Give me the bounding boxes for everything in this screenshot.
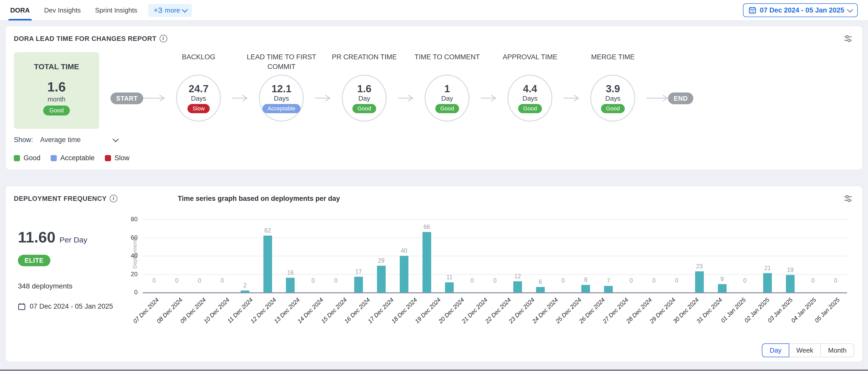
- bar-slot: 8: [575, 219, 597, 292]
- chevron-down-icon: [113, 136, 119, 142]
- show-metric-dropdown[interactable]: Average time: [40, 136, 118, 144]
- stage-status-badge: Good: [352, 104, 376, 113]
- info-icon[interactable]: i: [160, 35, 167, 42]
- legend-item-slow: Slow: [105, 154, 130, 162]
- stage-name: MERGE TIME: [572, 52, 653, 75]
- flow-arrow-icon: [481, 94, 496, 104]
- stage-name: BACKLOG: [158, 52, 239, 75]
- bar-value-label: 0: [630, 277, 633, 284]
- calendar-icon: [749, 6, 756, 14]
- total-time-value: 1.6: [14, 79, 99, 95]
- bar-value-label: 17: [355, 268, 362, 275]
- bar-slot: 0: [665, 219, 688, 292]
- bar-slot: 0: [824, 219, 847, 292]
- bar-slot: 11: [438, 219, 461, 292]
- stage-name: PR CREATION TIME: [324, 52, 405, 75]
- stage-circle: 1.6DayGood: [342, 75, 387, 122]
- stage-circle: 4.4DaysGood: [507, 75, 552, 122]
- tab-dora[interactable]: DORA: [10, 0, 30, 21]
- bar-slot: 0: [484, 219, 506, 292]
- stage-unit: Days: [523, 94, 537, 102]
- deployment-bar[interactable]: [286, 278, 294, 292]
- date-range-picker[interactable]: 07 Dec 2024 - 05 Jan 2025: [743, 3, 858, 17]
- deployment-frequency-card: DEPLOYMENT FREQUENCY i Time series graph…: [5, 186, 863, 362]
- deployment-bar[interactable]: [264, 236, 272, 292]
- bar-value-label: 0: [334, 277, 338, 284]
- chart-settings-button[interactable]: [842, 193, 854, 204]
- tier-badge: ELITE: [18, 255, 51, 266]
- lead-time-title-text: DORA LEAD TIME FOR CHANGES REPORT: [14, 35, 156, 43]
- more-tabs-button[interactable]: +3 more: [148, 4, 192, 17]
- legend-item-acceptable: Acceptable: [51, 154, 95, 162]
- total-time-unit: month: [14, 96, 99, 103]
- bar-value-label: 21: [764, 265, 771, 272]
- deployment-bar[interactable]: [718, 284, 726, 292]
- deployment-bar[interactable]: [786, 275, 795, 292]
- bar-slot: 9: [711, 219, 734, 292]
- bar-slot: 40: [393, 219, 415, 292]
- bar-slot: 0: [461, 219, 484, 292]
- bar-value-label: 0: [811, 277, 814, 284]
- section-title: DEPLOYMENT FREQUENCY i: [14, 195, 117, 203]
- bar-slot: 0: [620, 219, 643, 292]
- legend-label: Acceptable: [60, 154, 95, 162]
- deployment-bar[interactable]: [377, 266, 386, 292]
- top-tab-bar: DORADev InsightsSprint Insights +3 more …: [0, 0, 868, 21]
- granularity-month-button[interactable]: Month: [820, 343, 854, 357]
- bar-value-label: 62: [265, 227, 271, 234]
- stage-name: LEAD TIME TO FIRST COMMIT: [241, 52, 322, 75]
- chevron-down-icon: [182, 6, 188, 12]
- bar-slot: 0: [188, 219, 211, 292]
- deployment-bar[interactable]: [445, 282, 454, 292]
- tab-dev-insights[interactable]: Dev Insights: [44, 0, 81, 21]
- flow-stage-merge-time: MERGE TIME3.9DaysGood: [579, 52, 647, 122]
- deployment-bar[interactable]: [536, 287, 545, 292]
- tab-label: Dev Insights: [44, 6, 81, 14]
- bar-value-label: 0: [743, 277, 746, 284]
- bar-slot: 12: [506, 219, 529, 292]
- x-tick-slot: 05 Jan 2025: [824, 295, 847, 332]
- deployment-bar[interactable]: [581, 285, 590, 292]
- bar-value-label: 66: [424, 224, 430, 231]
- granularity-week-button[interactable]: Week: [789, 343, 821, 357]
- stage-unit: Days: [606, 94, 620, 102]
- report-tabs: DORADev InsightsSprint Insights: [10, 0, 137, 21]
- chart-settings-button[interactable]: [842, 33, 854, 44]
- deployment-bar[interactable]: [400, 256, 408, 292]
- deployment-bar[interactable]: [763, 273, 772, 292]
- deployment-bar[interactable]: [695, 271, 704, 292]
- bar-slot: 23: [688, 219, 711, 292]
- bar-slot: 66: [415, 219, 438, 292]
- flow-end-badge: END: [668, 93, 693, 104]
- bar-value-label: 0: [675, 277, 678, 284]
- x-axis-labels: 07 Dec 202408 Dec 202409 Dec 202410 Dec …: [143, 295, 847, 332]
- tab-label: DORA: [10, 6, 30, 14]
- deployments-count: 348 deployments: [18, 282, 113, 290]
- bar-slot: 0: [802, 219, 824, 292]
- bar-value-label: 8: [584, 276, 587, 283]
- deployment-bar[interactable]: [604, 286, 613, 292]
- stage-circle: 12.1DaysAcceptable: [259, 75, 304, 122]
- bar-value-label: 0: [221, 277, 224, 284]
- legend-swatch: [14, 155, 20, 161]
- deployment-bar[interactable]: [241, 291, 249, 292]
- info-icon[interactable]: i: [110, 195, 117, 202]
- chart-plot-area: 0204060800000262160017294066110012608700…: [143, 219, 847, 292]
- bar-value-label: 6: [538, 278, 542, 285]
- stage-circle: 24.7DaysSlow: [176, 75, 221, 122]
- chart-title: Time series graph based on deployments p…: [178, 195, 340, 203]
- bar-slot: 0: [211, 219, 234, 292]
- bar-value-label: 40: [401, 247, 407, 254]
- stage-unit: Day: [358, 94, 370, 102]
- bar-slot: 0: [552, 219, 575, 292]
- stage-unit: Days: [274, 94, 289, 102]
- bar-slot: 7: [597, 219, 620, 292]
- calendar-icon: [18, 303, 26, 310]
- granularity-day-button[interactable]: Day: [762, 343, 789, 357]
- deployment-bar[interactable]: [354, 277, 363, 292]
- tab-sprint-insights[interactable]: Sprint Insights: [95, 0, 137, 21]
- legend-item-good: Good: [14, 154, 40, 162]
- deployment-bar[interactable]: [513, 281, 522, 292]
- bar-slot: 0: [143, 219, 165, 292]
- deployment-bar[interactable]: [423, 232, 431, 292]
